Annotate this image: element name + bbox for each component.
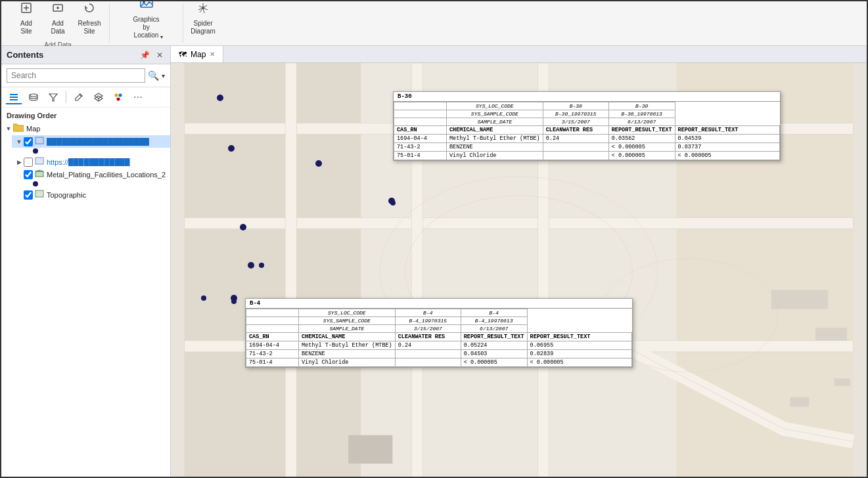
add-layer-button[interactable] [90,90,107,104]
layer-blurred-checkbox[interactable] [24,137,33,146]
layer-blurred-symbol-dot [33,148,38,154]
expand-metal-icon[interactable] [14,170,24,179]
more-button[interactable]: ⋯ [129,90,147,104]
svg-rect-46 [834,378,850,386]
expand-url-icon[interactable]: ▶ [14,158,24,167]
add-data-button[interactable]: Add Data [43,0,72,39]
refresh-site-label: Refresh Site [77,20,102,35]
toolbar-group-graphics: Graphics by Location EnviroInsite Graphi… [110,4,183,43]
database-view-button[interactable] [25,90,42,104]
edit-button[interactable] [70,90,87,104]
search-button[interactable]: 🔍 [148,70,159,81]
add-site-icon [20,1,33,18]
map-dot-4[interactable] [248,262,254,269]
spider-diagram-button[interactable]: Spider Diagram [189,0,217,39]
svg-rect-33 [35,190,43,197]
popup-b4[interactable]: B-4 SYS_LOC_CODE B-4 B-4 SYS_SAMPLE_CODE [245,298,633,368]
map-tab-label: Map [191,50,206,59]
filter-button[interactable] [45,90,62,104]
layer-metal-name: Metal_Plating_Facilities_Locations_2 [47,171,166,179]
map-canvas[interactable]: B-30 SYS_LOC_CODE B-30 B-30 SYS_SAMPLE_C… [171,63,867,478]
close-panel-button[interactable]: ✕ [154,50,165,60]
map-tab-icon: 🗺 [179,50,187,59]
map-folder-icon [13,123,24,134]
layer-tree: ▼ Map ▼ ████████████████████ [1,121,170,478]
popup-b4-title: B-4 [246,299,632,309]
spider-diagram-label: Spider Diagram [191,20,216,35]
toolbar: Add Site Add Data Refresh Site Add Data [1,1,867,46]
search-bar: 🔍 ▾ [1,64,170,87]
svg-marker-32 [35,170,43,171]
svg-rect-18 [10,99,18,100]
contents-title: Contents [7,50,43,60]
search-dropdown-button[interactable]: ▾ [162,72,165,79]
main-area: Contents 📌 ✕ 🔍 ▾ [1,46,867,478]
layer-topo-checkbox[interactable] [24,190,33,200]
layer-metal-symbol-dot [33,181,38,186]
svg-point-25 [115,94,118,97]
svg-line-10 [203,5,207,8]
map-dot-2[interactable] [228,145,235,152]
layer-url-icon [35,157,44,167]
svg-rect-17 [10,97,18,98]
drawing-order-label: Drawing Order [1,108,170,121]
layer-item-blurred[interactable]: ▼ ████████████████████ [12,135,170,148]
svg-rect-40 [285,63,296,478]
svg-point-27 [117,98,120,101]
separator-1 [66,91,66,103]
layer-item-topographic[interactable]: Topographic [12,188,170,201]
map-dot-b4-connector [231,299,237,304]
layer-blurred-name: ████████████████████ [47,138,149,146]
svg-rect-38 [184,217,853,228]
expand-map-icon[interactable]: ▼ [4,124,13,133]
graphics-by-location-button[interactable]: Graphics by Location [128,0,165,43]
refresh-site-button[interactable]: Refresh Site [75,0,104,39]
add-data-icon [51,1,64,18]
add-site-label: Add Site [20,20,32,35]
layer-item-map[interactable]: ▼ Map [1,121,170,135]
refresh-icon [83,1,96,18]
map-dot-1[interactable] [217,95,223,101]
contents-header: Contents 📌 ✕ [1,46,170,64]
search-input[interactable] [7,68,145,83]
layer-item-metal[interactable]: Metal_Plating_Facilities_Locations_2 [12,168,170,181]
svg-rect-44 [815,328,847,340]
layer-toolbar: ⋯ [1,87,170,108]
toolbar-group-spider: Spider Diagram [183,4,223,43]
sidebar-controls: 📌 ✕ [138,50,165,60]
add-data-label: Add Data [45,20,70,35]
svg-marker-20 [49,94,57,101]
map-dot-6[interactable] [315,160,322,167]
map-dot-5[interactable] [259,263,264,268]
popup-b30[interactable]: B-30 SYS_LOC_CODE B-30 B-30 SYS_SAMPLE_C… [393,91,781,161]
spider-diagram-icon [196,1,210,18]
layer-blurred-icon [35,137,44,146]
layer-item-url[interactable]: ▶ https://████████████ [12,156,170,168]
color-button[interactable] [110,90,127,104]
map-tab[interactable]: 🗺 Map ✕ [171,46,223,62]
layer-topo-name: Topographic [47,191,86,199]
graphics-by-location-icon [139,0,154,14]
add-site-button[interactable]: Add Site [12,0,41,39]
map-dot-b30-connector [390,200,396,206]
toolbar-group-addsite: Add Site Add Data Refresh Site Add Data [7,4,110,43]
layer-metal-checkbox[interactable] [24,170,33,179]
popup-b4-table: SYS_LOC_CODE B-4 B-4 SYS_SAMPLE_CODE B-4… [246,309,632,367]
layer-url-checkbox[interactable] [24,158,33,167]
contents-panel: Contents 📌 ✕ 🔍 ▾ [1,46,171,478]
pin-button[interactable]: 📌 [138,50,152,60]
svg-point-19 [30,94,37,97]
list-view-button[interactable] [5,90,22,104]
svg-rect-45 [790,397,810,406]
svg-rect-30 [35,158,43,164]
expand-topo-icon[interactable] [14,190,24,200]
map-dot-7[interactable] [201,295,206,301]
layer-metal-icon [35,169,44,179]
popup-b30-table: SYS_LOC_CODE B-30 B-30 SYS_SAMPLE_CODE B… [394,102,780,160]
expand-blurred-icon[interactable]: ▼ [14,137,24,146]
layer-url-name: https://████████████ [47,158,130,166]
svg-rect-29 [35,137,43,144]
map-tab-close-button[interactable]: ✕ [210,51,215,58]
map-area: 🗺 Map ✕ [171,46,867,478]
map-dot-3[interactable] [240,224,246,230]
